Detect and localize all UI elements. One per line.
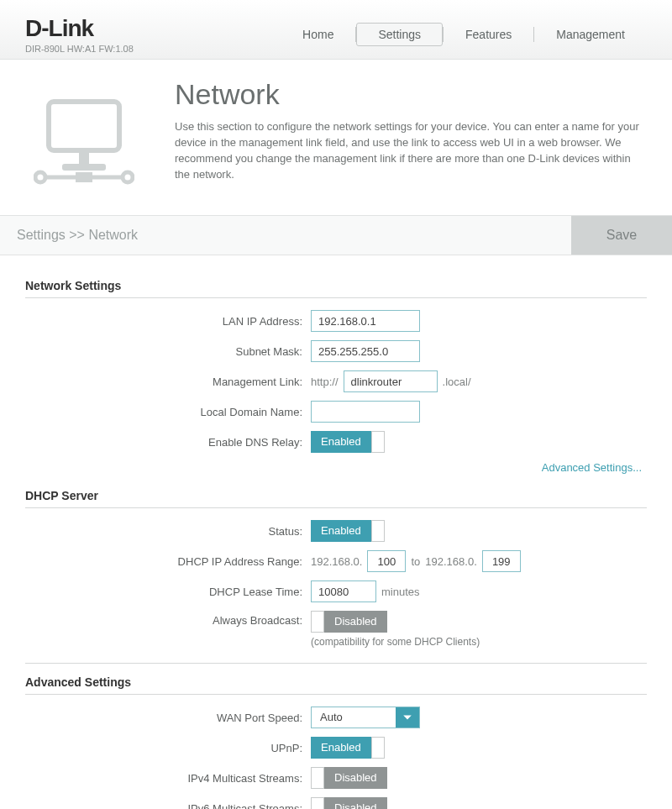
ipv4mc-label: IPv4 Multicast Streams: [25, 772, 311, 785]
mgmt-suffix: .local/ [443, 376, 471, 388]
breadcrumb-bar: Settings >> Network Save [0, 215, 672, 255]
upnp-label: UPnP: [25, 742, 311, 754]
ipv4mc-toggle-label: Disabled [324, 767, 387, 789]
nav-features[interactable]: Features [444, 23, 533, 46]
dns-relay-toggle-label: Enabled [311, 431, 371, 453]
section-rule [25, 663, 647, 664]
wan-speed-select[interactable]: Auto [311, 707, 420, 728]
toggle-knob [371, 431, 385, 453]
subnet-input[interactable] [311, 340, 420, 362]
nav-settings[interactable]: Settings [356, 23, 443, 46]
nav-management[interactable]: Management [534, 23, 647, 46]
always-broadcast-toggle[interactable]: Disabled [311, 611, 387, 633]
toggle-knob [311, 797, 324, 809]
breadcrumb: Settings >> Network [0, 216, 571, 255]
dhcp-status-toggle-label: Enabled [311, 520, 371, 542]
toggle-knob [371, 520, 385, 542]
dhcp-lease-label: DHCP Lease Time: [25, 586, 311, 598]
toggle-knob [311, 767, 324, 789]
dhcp-range-start-input[interactable] [367, 550, 406, 572]
section-title-advanced: Advanced Settings [25, 675, 647, 689]
lan-ip-label: LAN IP Address: [25, 315, 311, 328]
always-broadcast-hint: (compatibility for some DHCP Clients) [311, 636, 480, 648]
section-rule [25, 297, 647, 298]
svg-rect-1 [79, 150, 89, 164]
subnet-label: Subnet Mask: [25, 345, 311, 358]
mgmt-link-label: Management Link: [25, 376, 311, 388]
mgmt-prefix: http:// [311, 376, 339, 388]
svg-rect-6 [76, 172, 92, 182]
ipv4mc-toggle[interactable]: Disabled [311, 767, 387, 789]
dhcp-status-toggle[interactable]: Enabled [311, 520, 385, 542]
chevron-down-icon [396, 707, 419, 728]
main-nav: Home Settings Features Management [281, 23, 647, 46]
mgmt-host-input[interactable] [344, 370, 438, 392]
toggle-knob [371, 737, 385, 759]
ipv6mc-toggle[interactable]: Disabled [311, 797, 387, 809]
always-broadcast-toggle-label: Disabled [324, 611, 387, 633]
ipv6mc-toggle-label: Disabled [324, 797, 387, 809]
dhcp-range-label: DHCP IP Address Range: [25, 555, 311, 568]
section-rule [25, 507, 647, 508]
network-hero-icon [34, 78, 151, 190]
dhcp-status-label: Status: [25, 525, 311, 538]
svg-point-3 [35, 172, 45, 182]
top-bar: D-Link DIR-890L HW:A1 FW:1.08 Home Setti… [0, 0, 672, 60]
range-prefix-1: 192.168.0. [311, 555, 362, 568]
brand-block: D-Link DIR-890L HW:A1 FW:1.08 [25, 15, 134, 54]
page-description: Use this section to configure the networ… [175, 119, 645, 182]
dhcp-range-end-input[interactable] [482, 550, 521, 572]
upnp-toggle-label: Enabled [311, 737, 371, 759]
local-domain-input[interactable] [311, 401, 420, 423]
ipv6mc-label: IPv6 Multicast Streams: [25, 802, 311, 810]
svg-point-4 [123, 172, 133, 182]
upnp-toggle[interactable]: Enabled [311, 737, 385, 759]
page-title: Network [175, 78, 645, 111]
model-info: DIR-890L HW:A1 FW:1.08 [25, 44, 134, 54]
hero-text: Network Use this section to configure th… [175, 78, 645, 190]
dhcp-lease-unit: minutes [381, 586, 420, 598]
toggle-knob [311, 611, 324, 633]
dns-relay-toggle[interactable]: Enabled [311, 431, 385, 453]
section-title-network: Network Settings [25, 279, 647, 292]
dns-relay-label: Enable DNS Relay: [25, 436, 311, 449]
save-button[interactable]: Save [571, 216, 672, 255]
range-prefix-2: 192.168.0. [425, 555, 476, 568]
advanced-settings-link[interactable]: Advanced Settings... [542, 461, 642, 474]
page-body: Network Settings LAN IP Address: Subnet … [0, 255, 672, 809]
brand-logo: D-Link [25, 15, 134, 42]
dhcp-lease-input[interactable] [311, 580, 376, 602]
range-to: to [411, 555, 420, 568]
page-hero: Network Use this section to configure th… [0, 60, 672, 215]
svg-rect-0 [49, 102, 119, 150]
wan-speed-value: Auto [312, 707, 396, 728]
local-domain-label: Local Domain Name: [25, 406, 311, 418]
section-rule [25, 694, 647, 695]
always-broadcast-label: Always Broadcast: [25, 611, 311, 627]
section-title-dhcp: DHCP Server [25, 489, 647, 502]
svg-rect-2 [62, 164, 106, 171]
wan-speed-label: WAN Port Speed: [25, 712, 311, 724]
nav-home[interactable]: Home [281, 23, 355, 46]
lan-ip-input[interactable] [311, 310, 420, 332]
